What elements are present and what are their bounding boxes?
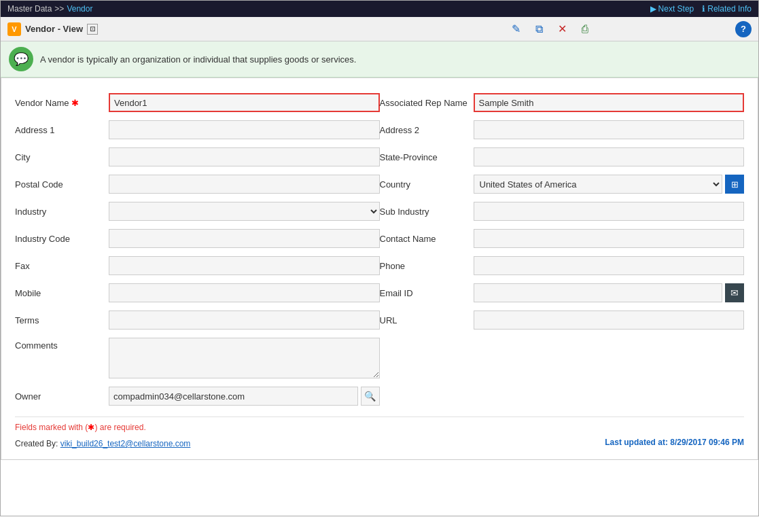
associated-rep-name-row: Associated Rep Name	[380, 89, 745, 116]
email-send-button[interactable]: ✉	[725, 283, 744, 302]
copy-icon[interactable]: ⧉	[531, 22, 546, 37]
industry-select[interactable]	[109, 202, 380, 221]
next-step-label: Next Step	[658, 4, 694, 14]
form-footer: Fields marked with (✱) are required. Cre…	[15, 416, 744, 448]
industry-code-label: Industry Code	[15, 234, 103, 244]
comments-row: Comments	[15, 334, 380, 383]
toolbar-icon-group: ✎ ⧉ ✕ ⎙	[372, 22, 730, 37]
email-id-input[interactable]	[474, 283, 723, 302]
close-icon[interactable]: ✕	[554, 22, 569, 37]
master-data-link[interactable]: Master Data	[7, 4, 52, 14]
email-id-row: Email ID ✉	[380, 279, 745, 306]
created-by: Created By: viki_build26_test2@cellarsto…	[15, 439, 190, 448]
help-icon[interactable]: ?	[735, 21, 752, 37]
city-label: City	[15, 152, 103, 162]
fax-input[interactable]	[109, 256, 380, 275]
toolbar-right: ?	[735, 21, 752, 37]
address1-input[interactable]	[109, 120, 380, 139]
contact-name-label: Contact Name	[380, 234, 468, 244]
mobile-row: Mobile	[15, 279, 380, 306]
last-updated-prefix: Last updated at:	[605, 438, 668, 447]
vendor-name-row: Vendor Name ✱	[15, 89, 380, 116]
phone-label: Phone	[380, 261, 468, 271]
url-label: URL	[380, 315, 468, 325]
industry-row: Industry	[15, 198, 380, 225]
fax-row: Fax	[15, 252, 380, 279]
address2-input[interactable]	[474, 120, 745, 139]
url-input[interactable]	[474, 311, 745, 330]
vendor-name-label: Vendor Name ✱	[15, 98, 103, 108]
vendor-name-input[interactable]	[109, 93, 380, 112]
associated-rep-name-input[interactable]	[474, 93, 745, 112]
breadcrumb: Master Data >> Vendor	[7, 4, 92, 14]
terms-label: Terms	[15, 315, 103, 325]
toolbar-title-text: Vendor - View	[25, 24, 83, 34]
info-banner: 💬 A vendor is typically an organization …	[1, 41, 758, 77]
city-input[interactable]	[109, 147, 380, 166]
top-nav-actions: ▶ Next Step ℹ Related Info	[650, 4, 752, 14]
next-step-link[interactable]: ▶ Next Step	[650, 4, 694, 14]
country-label: Country	[380, 179, 468, 190]
email-id-label: Email ID	[380, 288, 468, 298]
footer-row: Created By: viki_build26_test2@cellarsto…	[15, 436, 744, 448]
form-left-column: Vendor Name ✱ Address 1 City Postal Code	[15, 89, 380, 410]
country-select[interactable]: United States of America	[474, 175, 723, 194]
last-updated: Last updated at: 8/29/2017 09:46 PM	[605, 438, 744, 447]
state-province-label: State-Province	[380, 152, 468, 162]
mobile-input[interactable]	[109, 283, 380, 302]
postal-code-label: Postal Code	[15, 179, 103, 190]
info-bubble-icon: 💬	[9, 47, 33, 71]
contact-name-input[interactable]	[474, 229, 745, 248]
address2-row: Address 2	[380, 116, 745, 143]
state-province-row: State-Province	[380, 143, 745, 171]
address2-label: Address 2	[380, 125, 468, 135]
owner-input[interactable]	[109, 387, 358, 406]
owner-label: Owner	[15, 391, 103, 402]
phone-row: Phone	[380, 252, 745, 279]
expand-icon[interactable]: ⊡	[87, 24, 98, 35]
industry-label: Industry	[15, 207, 103, 217]
main-content: Vendor Name ✱ Address 1 City Postal Code	[1, 77, 758, 460]
phone-input[interactable]	[474, 256, 745, 275]
comments-label: Comments	[15, 340, 103, 351]
address1-row: Address 1	[15, 116, 380, 143]
related-info-link[interactable]: ℹ Related Info	[702, 4, 752, 14]
required-note: Fields marked with (✱) are required.	[15, 423, 744, 432]
related-info-icon: ℹ	[702, 4, 705, 14]
vendor-link[interactable]: Vendor	[67, 4, 92, 14]
sub-industry-input[interactable]	[474, 202, 745, 221]
city-row: City	[15, 143, 380, 171]
comments-textarea[interactable]	[109, 338, 380, 378]
contact-name-row: Contact Name	[380, 225, 745, 252]
country-input-group: United States of America ⊞	[474, 175, 745, 194]
form-right-column: Associated Rep Name Address 2 State-Prov…	[380, 89, 745, 410]
edit-icon[interactable]: ✎	[508, 22, 523, 37]
next-step-icon: ▶	[650, 4, 656, 14]
created-by-prefix: Created By:	[15, 439, 58, 448]
breadcrumb-separator: >>	[54, 4, 64, 14]
fax-label: Fax	[15, 261, 103, 271]
vendor-icon: V	[7, 22, 21, 36]
postal-code-row: Postal Code	[15, 171, 380, 198]
page-wrapper: Master Data >> Vendor ▶ Next Step ℹ Rela…	[0, 0, 759, 516]
owner-search-button[interactable]: 🔍	[361, 387, 380, 406]
sub-industry-row: Sub Industry	[380, 198, 745, 225]
email-input-group: ✉	[474, 283, 745, 302]
top-nav: Master Data >> Vendor ▶ Next Step ℹ Rela…	[1, 1, 758, 17]
created-by-email[interactable]: viki_build26_test2@cellarstone.com	[60, 439, 191, 448]
required-star: ✱	[71, 98, 79, 108]
industry-code-row: Industry Code	[15, 225, 380, 252]
related-info-label: Related Info	[707, 4, 752, 14]
last-updated-value: 8/29/2017 09:46 PM	[670, 438, 744, 447]
form-section: Vendor Name ✱ Address 1 City Postal Code	[15, 89, 744, 410]
postal-code-input[interactable]	[109, 175, 380, 194]
mobile-label: Mobile	[15, 288, 103, 298]
terms-input[interactable]	[109, 311, 380, 330]
country-row: Country United States of America ⊞	[380, 171, 745, 198]
industry-code-input[interactable]	[109, 229, 380, 248]
print-icon[interactable]: ⎙	[578, 22, 593, 37]
owner-input-group: 🔍	[109, 387, 380, 406]
country-flag-button[interactable]: ⊞	[725, 175, 744, 194]
state-province-input[interactable]	[474, 147, 745, 166]
terms-row: Terms	[15, 306, 380, 334]
